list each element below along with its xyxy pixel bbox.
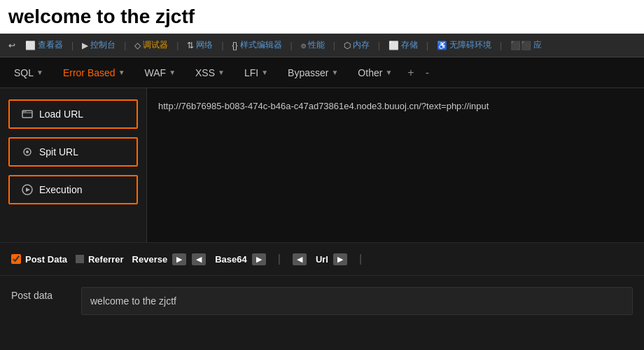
toolbar-accessibility[interactable]: ♿ 无障碍环境 [434,38,494,52]
load-url-icon [21,108,34,120]
svg-point-3 [25,111,27,113]
menu-lfi-label: LFI [244,67,258,78]
post-data-section: Post data [0,276,644,326]
action-sidebar: Load URL Spit URL Execution [0,88,147,242]
menu-error-based[interactable]: Error Based ▼ [55,62,134,84]
menu-bar: SQL ▼ Error Based ▼ WAF ▼ XSS ▼ LFI ▼ By… [0,57,644,88]
menu-lfi[interactable]: LFI ▼ [236,62,276,84]
base64-option[interactable]: Base64 ▶ [215,253,267,265]
menu-plus[interactable]: + [403,61,418,85]
toolbar-performance[interactable]: ⌾ 性能 [298,38,328,52]
menu-minus[interactable]: - [421,61,433,85]
apps-icon: ⬛⬛ [510,41,531,50]
accessibility-label: 无障碍环境 [449,39,491,51]
options-separator-2: | [359,253,362,265]
storage-icon: ⬜ [388,41,399,50]
browser-toolbar: ↩ ⬜ 查看器 | ▶ 控制台 | ◇ 调试器 | ⇅ 网络 | {} 样式编辑… [0,34,644,57]
load-url-button[interactable]: Load URL [8,99,138,129]
accessibility-icon: ♿ [437,41,447,50]
url-display: http://76b76985-b083-474c-b46a-c47ad7386… [147,88,644,242]
url-option[interactable]: Url ▶ [316,253,348,265]
menu-waf-label: WAF [145,67,167,78]
menu-other-arrow: ▼ [385,69,392,76]
url-right-btn[interactable]: ▶ [333,253,347,265]
performance-icon: ⌾ [301,41,306,50]
network-icon: ⇅ [187,41,194,50]
inspector-icon: ⬜ [25,41,36,50]
reverse-option[interactable]: Reverse ▶ ◀ [132,253,207,265]
menu-bypasser[interactable]: Bypasser ▼ [279,62,346,84]
base64-right-btn[interactable]: ▶ [252,253,266,265]
debugger-label: 调试器 [143,39,168,51]
memory-icon: ⬡ [344,41,351,50]
post-data-option-label: Post Data [25,254,67,265]
base64-label: Base64 [215,254,247,265]
toolbar-console[interactable]: ▶ 控制台 [79,38,118,52]
svg-marker-7 [26,188,30,192]
url-text: http://76b76985-b083-474c-b46a-c47ad7386… [158,101,489,111]
menu-sql-arrow: ▼ [36,69,43,76]
menu-error-based-label: Error Based [63,67,115,78]
toolbar-network[interactable]: ⇅ 网络 [184,38,216,52]
post-data-option[interactable]: Post Data [11,254,67,265]
reverse-label: Reverse [132,254,168,265]
storage-label: 存储 [401,39,418,51]
menu-bypasser-label: Bypasser [288,67,328,78]
apps-label: 应 [533,39,542,51]
back-icon[interactable]: ↩ [6,39,18,52]
load-url-label: Load URL [39,108,83,120]
spit-url-icon [21,146,34,158]
main-area: Load URL Spit URL Execution http://76b76… [0,88,644,242]
options-separator: | [278,253,281,265]
menu-other-label: Other [358,67,382,78]
spit-url-button[interactable]: Spit URL [8,137,138,167]
toolbar-debugger[interactable]: ◇ 调试器 [132,38,171,52]
page-title: welcome to the zjctf [0,0,644,34]
console-icon: ▶ [82,41,88,50]
menu-xss-label: XSS [195,67,215,78]
post-data-input[interactable] [81,287,633,315]
post-data-label: Post data [11,287,67,301]
svg-point-2 [23,111,24,113]
menu-xss-arrow: ▼ [218,69,225,76]
debugger-icon: ◇ [134,41,141,50]
toolbar-inspector[interactable]: ⬜ 查看器 [22,38,66,52]
menu-sql-label: SQL [14,67,34,78]
menu-waf-arrow: ▼ [169,69,176,76]
url-option-label: Url [316,254,328,265]
inspector-label: 查看器 [38,39,63,51]
execution-button[interactable]: Execution [8,175,138,204]
menu-error-based-arrow: ▼ [118,69,125,76]
toolbar-storage[interactable]: ⬜ 存储 [386,38,421,52]
toolbar-apps[interactable]: ⬛⬛ 应 [507,38,545,52]
console-label: 控制台 [90,39,115,51]
style-editor-icon: {} [232,41,238,50]
menu-sql[interactable]: SQL ▼ [6,62,52,84]
menu-other[interactable]: Other ▼ [349,62,400,84]
options-left-btn[interactable]: ◀ [293,253,307,265]
post-data-checkbox[interactable] [11,254,21,264]
style-editor-label: 样式编辑器 [240,39,282,51]
menu-lfi-arrow: ▼ [261,69,268,76]
spit-url-label: Spit URL [39,146,78,158]
network-label: 网络 [196,39,213,51]
referrer-option[interactable]: Referrer [76,254,124,265]
memory-label: 内存 [353,39,370,51]
reverse-right-btn[interactable]: ▶ [172,253,186,265]
reverse-left-btn[interactable]: ◀ [192,253,206,265]
toolbar-memory[interactable]: ⬡ 内存 [341,38,372,52]
menu-bypasser-arrow: ▼ [331,69,338,76]
referrer-label: Referrer [88,254,124,265]
menu-xss[interactable]: XSS ▼ [187,62,233,84]
options-bar: Post Data Referrer Reverse ▶ ◀ Base64 ▶ … [0,242,644,276]
execution-label: Execution [39,184,82,195]
referrer-square [76,255,84,263]
svg-point-5 [26,150,29,153]
execution-icon [21,183,34,196]
performance-label: 性能 [308,39,325,51]
toolbar-style-editor[interactable]: {} 样式编辑器 [230,38,285,52]
menu-waf[interactable]: WAF ▼ [136,62,185,84]
